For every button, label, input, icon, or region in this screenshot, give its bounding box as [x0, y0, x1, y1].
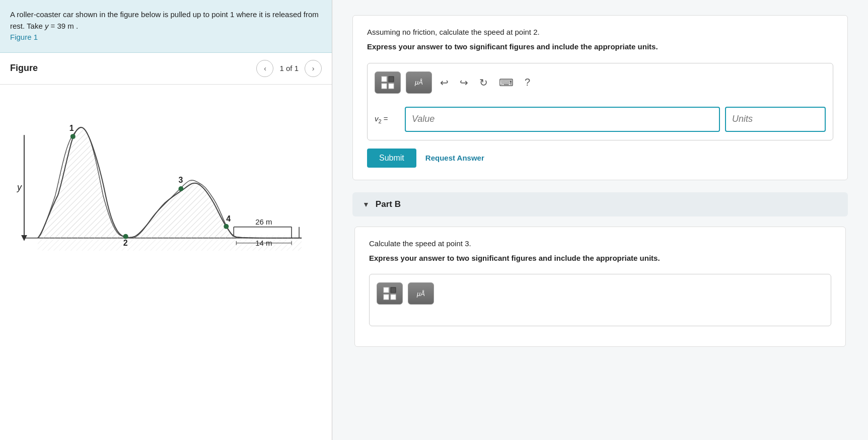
svg-rect-15 [389, 84, 394, 89]
height-14m-label: 14 m [255, 238, 272, 247]
answer-box-a: μÅ ↩ ↪ ↻ ⌨ ? v2 = [367, 63, 833, 140]
answer-box-b: μÅ [369, 274, 831, 326]
mu-label-b: μÅ [417, 290, 425, 298]
right-panel: Assuming no friction, calculate the spee… [332, 0, 868, 440]
figure-link[interactable]: Figure 1 [10, 33, 38, 41]
action-row-a: Submit Request Answer [367, 149, 833, 168]
part-a-intro: Assuming no friction, calculate the spee… [367, 28, 833, 36]
help-button[interactable]: ? [522, 75, 533, 90]
part-a-section: Assuming no friction, calculate the spee… [352, 15, 848, 180]
part-b-header[interactable]: ▼ Part B [352, 192, 848, 216]
redo-button[interactable]: ↪ [457, 75, 471, 91]
block-format-button[interactable] [375, 71, 401, 94]
point3-marker [178, 186, 183, 191]
figure-canvas: y 1 2 3 [0, 85, 332, 441]
height-26m-label: 26 m [255, 217, 272, 226]
left-panel: A roller-coaster car shown in the figure… [0, 0, 332, 440]
y-label: y [16, 182, 22, 192]
toolbar-a: μÅ ↩ ↪ ↻ ⌨ ? [375, 71, 826, 99]
figure-title: Figure [10, 63, 250, 74]
svg-rect-17 [384, 295, 389, 300]
svg-rect-13 [382, 84, 387, 89]
point1-label: 1 [69, 124, 74, 132]
undo-button[interactable]: ↩ [437, 75, 452, 91]
point4-label: 4 [226, 214, 231, 223]
svg-rect-16 [384, 287, 389, 292]
part-a-instruction: Express your answer to two significant f… [367, 41, 833, 53]
value-input-a[interactable] [405, 107, 720, 132]
svg-rect-18 [391, 287, 396, 292]
keyboard-button[interactable]: ⌨ [496, 75, 517, 91]
collapse-arrow-icon: ▼ [363, 200, 370, 208]
part-b-instruction: Express your answer to two significant f… [369, 253, 831, 264]
submit-button-a[interactable]: Submit [367, 149, 416, 168]
point2-label: 2 [123, 238, 128, 247]
next-figure-button[interactable]: › [305, 60, 322, 77]
figure-header: Figure ‹ 1 of 1 › [0, 53, 332, 85]
input-row-a: v2 = [375, 107, 826, 132]
svg-rect-19 [391, 295, 396, 300]
figure-section: Figure ‹ 1 of 1 › y [0, 53, 332, 441]
point3-label: 3 [178, 175, 183, 184]
point4-marker [224, 224, 229, 229]
roller-coaster-figure: y 1 2 3 [10, 95, 322, 256]
mu-button[interactable]: μÅ [406, 71, 432, 94]
problem-statement: A roller-coaster car shown in the figure… [0, 0, 332, 53]
input-label-a: v2 = [375, 114, 400, 124]
part-b-intro: Calculate the speed at point 3. [369, 239, 831, 248]
part-b-title: Part B [376, 199, 401, 209]
problem-text: A roller-coaster car shown in the figure… [10, 10, 319, 30]
refresh-button[interactable]: ↻ [476, 75, 491, 91]
part-b-section: Calculate the speed at point 3. Express … [354, 227, 846, 347]
svg-rect-12 [382, 77, 387, 82]
page-indicator: 1 of 1 [279, 64, 299, 72]
mu-label: μÅ [415, 79, 423, 86]
part-b-content: Calculate the speed at point 3. Express … [352, 227, 848, 347]
block-format-button-b[interactable] [377, 282, 403, 305]
svg-rect-14 [389, 77, 394, 82]
units-input-a[interactable] [725, 107, 826, 132]
block-icon [381, 76, 395, 90]
toolbar-b: μÅ [377, 282, 824, 310]
block-icon-b [383, 286, 397, 301]
point1-marker [70, 134, 76, 139]
request-answer-link-a[interactable]: Request Answer [425, 154, 484, 162]
prev-figure-button[interactable]: ‹ [256, 60, 273, 77]
mu-button-b[interactable]: μÅ [408, 282, 434, 305]
